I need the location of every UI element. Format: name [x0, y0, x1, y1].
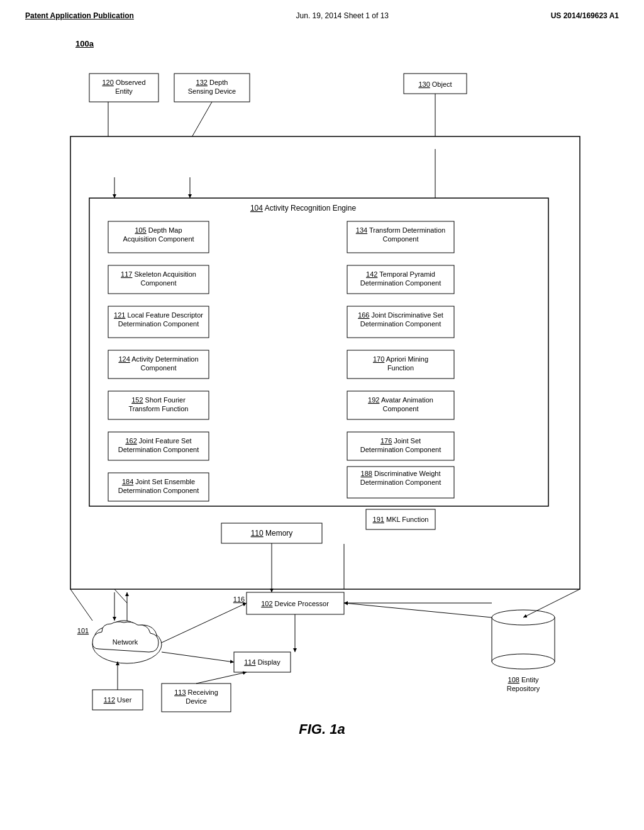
- svg-text:Transform Function: Transform Function: [129, 405, 189, 412]
- svg-text:152 Short Fourier: 152 Short Fourier: [131, 396, 186, 404]
- diagram-label: 100a: [75, 39, 606, 48]
- svg-line-111: [70, 589, 92, 621]
- svg-text:Component: Component: [383, 405, 419, 412]
- svg-text:116: 116: [233, 595, 245, 603]
- svg-text:Entity: Entity: [115, 87, 133, 95]
- svg-line-113: [114, 589, 127, 603]
- svg-text:134 Transform Determination: 134 Transform Determination: [356, 226, 445, 234]
- svg-text:117 Skeleton Acquisition: 117 Skeleton Acquisition: [121, 270, 196, 278]
- svg-text:Determination Component: Determination Component: [360, 446, 441, 453]
- svg-text:176 Joint Set: 176 Joint Set: [380, 437, 421, 445]
- header-center: Jun. 19, 2014 Sheet 1 of 13: [296, 11, 389, 20]
- svg-text:Component: Component: [383, 235, 419, 243]
- svg-point-107: [492, 654, 555, 669]
- svg-text:Determination Component: Determination Component: [118, 446, 199, 453]
- header-right: US 2014/169623 A1: [551, 11, 619, 20]
- svg-text:Determination Component: Determination Component: [360, 479, 441, 486]
- svg-line-93: [162, 603, 247, 643]
- svg-line-104: [196, 672, 247, 683]
- svg-text:Repository: Repository: [507, 685, 540, 692]
- svg-text:FIG. 1a: FIG. 1a: [299, 721, 345, 737]
- svg-line-110: [344, 603, 492, 617]
- svg-line-112: [523, 589, 580, 617]
- svg-text:104 Activity Recognition Engin: 104 Activity Recognition Engine: [250, 204, 356, 213]
- svg-text:108 Entity: 108 Entity: [508, 676, 539, 683]
- svg-text:110 Memory: 110 Memory: [251, 529, 293, 538]
- svg-text:Function: Function: [387, 364, 414, 372]
- svg-text:Determination Component: Determination Component: [118, 320, 199, 328]
- svg-text:101: 101: [77, 627, 89, 634]
- svg-text:102 Device Processor: 102 Device Processor: [261, 600, 329, 607]
- svg-text:120 Observed: 120 Observed: [102, 79, 145, 86]
- svg-line-96: [162, 652, 234, 662]
- svg-text:121 Local Feature Descriptor: 121 Local Feature Descriptor: [114, 311, 203, 319]
- svg-text:105 Depth Map: 105 Depth Map: [135, 226, 182, 234]
- svg-text:132 Depth: 132 Depth: [196, 79, 228, 86]
- svg-text:142 Temporal Pyramid: 142 Temporal Pyramid: [366, 270, 435, 278]
- svg-text:130 Object: 130 Object: [418, 80, 452, 88]
- svg-text:114 Display: 114 Display: [244, 658, 280, 666]
- svg-text:112 User: 112 User: [104, 696, 132, 704]
- svg-text:184 Joint Set Ensemble: 184 Joint Set Ensemble: [122, 478, 195, 485]
- svg-text:Determination Component: Determination Component: [360, 320, 441, 328]
- svg-text:Determination Component: Determination Component: [360, 279, 441, 287]
- svg-text:170 Apriori Mining: 170 Apriori Mining: [373, 355, 428, 363]
- svg-text:162 Joint Feature Set: 162 Joint Feature Set: [125, 437, 191, 445]
- svg-text:Determination Component: Determination Component: [118, 487, 199, 494]
- patent-diagram: .sv-text { font-family: Arial, Helvetica…: [52, 55, 592, 778]
- svg-text:Sensing Device: Sensing Device: [188, 87, 236, 95]
- svg-text:166 Joint Discriminative Set: 166 Joint Discriminative Set: [358, 311, 443, 319]
- diagram-container: 100a .sv-text { font-family: Arial, Helv…: [0, 26, 644, 797]
- header-left: Patent Application Publication: [25, 11, 134, 20]
- page-header: Patent Application Publication Jun. 19, …: [0, 0, 644, 26]
- svg-text:188 Discriminative Weight: 188 Discriminative Weight: [361, 470, 441, 477]
- svg-text:Component: Component: [141, 364, 177, 372]
- svg-text:124 Activity Determination: 124 Activity Determination: [118, 355, 198, 363]
- svg-text:Device: Device: [186, 697, 207, 705]
- svg-text:Network: Network: [113, 638, 138, 646]
- svg-text:113 Receiving: 113 Receiving: [174, 689, 218, 696]
- svg-text:Component: Component: [141, 279, 177, 287]
- svg-text:191 MKL Function: 191 MKL Function: [373, 516, 429, 523]
- svg-text:192 Avatar Animation: 192 Avatar Animation: [368, 396, 433, 404]
- svg-text:Acquisition Component: Acquisition Component: [123, 235, 194, 243]
